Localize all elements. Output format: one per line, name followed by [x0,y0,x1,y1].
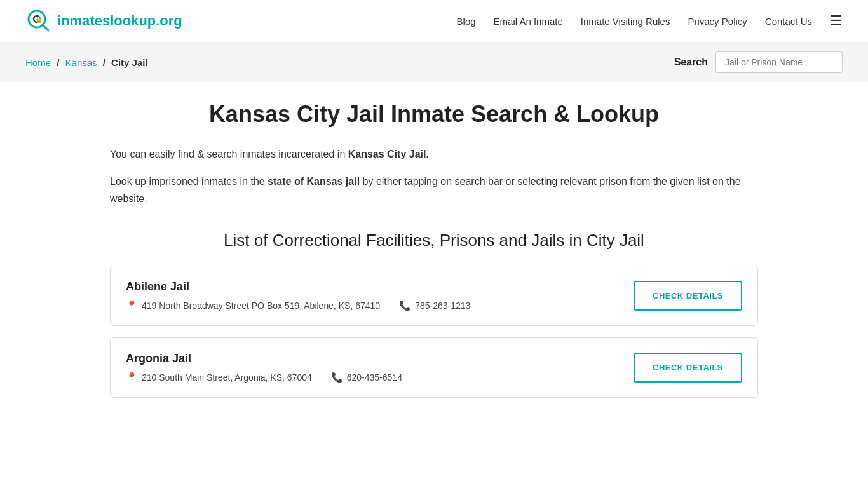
svg-line-2 [43,25,48,30]
facility-info-1: Argonia Jail 📍 210 South Main Street, Ar… [126,352,634,383]
nav-visiting-rules[interactable]: Inmate Visiting Rules [581,16,670,27]
location-icon-0: 📍 [126,300,138,311]
facility-name-0: Abilene Jail [126,280,634,294]
facility-list: Abilene Jail 📍 419 North Broadway Street… [110,266,758,398]
breadcrumb: Home / Kansas / City Jail [25,57,148,68]
facility-address-0: 📍 419 North Broadway Street PO Box 519, … [126,300,380,311]
facility-meta-1: 📍 210 South Main Street, Argonia, KS, 67… [126,372,634,383]
facility-name-1: Argonia Jail [126,352,634,365]
phone-icon-0: 📞 [399,300,411,311]
breadcrumb-bar: Home / Kansas / City Jail Search [0,43,868,82]
hamburger-menu-icon[interactable]: ☰ [830,13,843,29]
search-label: Search [674,57,708,68]
facility-info-0: Abilene Jail 📍 419 North Broadway Street… [126,280,634,311]
facility-card-0: Abilene Jail 📍 419 North Broadway Street… [110,266,758,326]
location-icon-1: 📍 [126,372,138,383]
intro-paragraph-2: Look up imprisoned inmates in the state … [110,173,758,207]
facility-phone-1: 📞 620-435-6514 [331,372,402,383]
main-nav: Blog Email An Inmate Inmate Visiting Rul… [457,13,843,29]
logo-icon: 🔒 [25,8,52,34]
breadcrumb-current: City Jail [111,57,148,68]
facility-meta-0: 📍 419 North Broadway Street PO Box 519, … [126,300,634,311]
nav-blog[interactable]: Blog [457,16,476,27]
check-details-button-0[interactable]: CHECK DETAILS [634,281,742,311]
phone-icon-1: 📞 [331,372,343,383]
section-title: List of Correctional Facilities, Prisons… [110,231,758,250]
breadcrumb-home[interactable]: Home [25,57,51,68]
page-title: Kansas City Jail Inmate Search & Lookup [110,101,758,128]
search-input[interactable] [715,51,843,73]
nav-privacy-policy[interactable]: Privacy Policy [688,16,747,27]
facility-phone-0: 📞 785-263-1213 [399,300,470,311]
svg-text:🔒: 🔒 [35,15,43,24]
main-content: Kansas City Jail Inmate Search & Lookup … [85,82,783,447]
breadcrumb-sep-1: / [57,57,62,68]
facility-card-1: Argonia Jail 📍 210 South Main Street, Ar… [110,337,758,398]
nav-email-inmate[interactable]: Email An Inmate [494,16,563,27]
breadcrumb-state[interactable]: Kansas [65,57,97,68]
intro-paragraph-1: You can easily find & search inmates inc… [110,146,758,163]
search-area: Search [674,51,843,73]
check-details-button-1[interactable]: CHECK DETAILS [634,353,742,383]
logo-text: inmateslookup.org [57,13,182,29]
facility-address-1: 📍 210 South Main Street, Argonia, KS, 67… [126,372,312,383]
nav-contact-us[interactable]: Contact Us [765,16,812,27]
logo[interactable]: 🔒 inmateslookup.org [25,8,182,34]
breadcrumb-sep-2: / [103,57,108,68]
site-header: 🔒 inmateslookup.org Blog Email An Inmate… [0,0,868,43]
